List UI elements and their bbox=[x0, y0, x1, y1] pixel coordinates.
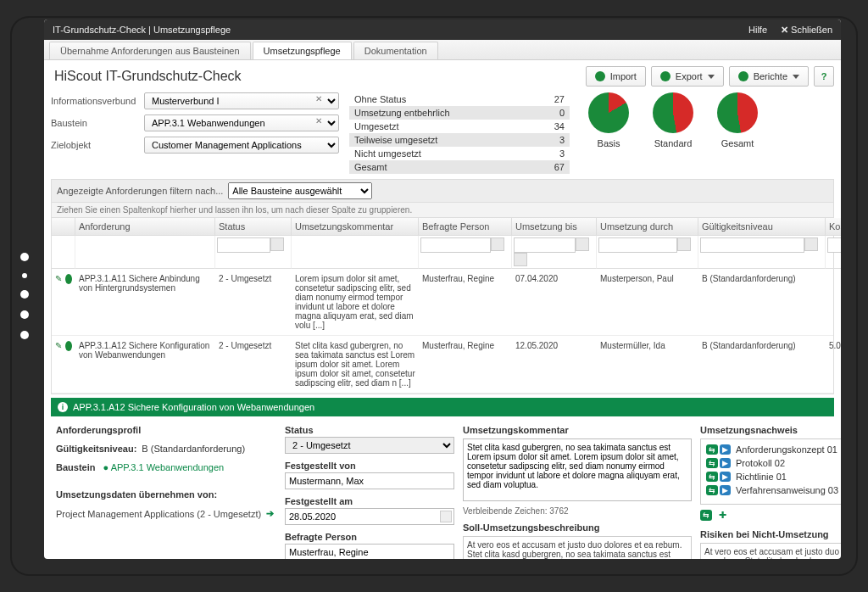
group-by-hint[interactable]: Ziehen Sie einen Spaltenkopf hierher und… bbox=[51, 203, 834, 218]
cell-anforderung: APP.3.1.A11 Sichere Anbindung von Hinter… bbox=[75, 269, 215, 335]
filter-verbund-label: Informationsverbund bbox=[51, 96, 144, 106]
content-scroll[interactable]: HiScout IT-Grundschutz-Check Import Expo… bbox=[44, 60, 841, 559]
info-icon[interactable] bbox=[65, 341, 72, 351]
filter-bar-label: Angezeigte Anforderungen filtern nach... bbox=[57, 186, 223, 196]
cell-bis: 12.05.2020 bbox=[512, 336, 597, 393]
window-titlebar: IT-Grundschutz-Check | Umsetzungspflege … bbox=[44, 20, 841, 40]
link-icon[interactable]: ⇆ bbox=[700, 510, 712, 521]
filter-icon[interactable] bbox=[491, 237, 504, 251]
col-befragte[interactable]: Befragte Person bbox=[419, 218, 512, 236]
filter-baustein-select[interactable]: APP.3.1 Webanwendungen bbox=[144, 114, 339, 131]
report-icon bbox=[738, 71, 748, 81]
filter-befragte-input[interactable] bbox=[420, 237, 491, 253]
info-icon[interactable] bbox=[65, 274, 72, 284]
cell-status: 2 - Umgesetzt bbox=[215, 336, 292, 393]
clear-icon[interactable]: ✕ bbox=[315, 94, 322, 103]
status-row-label: Gesamt bbox=[349, 160, 544, 174]
hw-dot bbox=[20, 253, 29, 261]
tab-umsetzungspflege[interactable]: Umsetzungspflege bbox=[253, 42, 352, 59]
edit-icon[interactable]: ✎ bbox=[55, 341, 62, 351]
status-row-label: Umsetzung entbehrlich bbox=[349, 106, 544, 120]
festgestellt-am-input[interactable] bbox=[285, 508, 454, 525]
col-durch[interactable]: Umsetzung durch bbox=[597, 218, 698, 236]
berichte-button[interactable]: Berichte bbox=[729, 66, 809, 87]
filter-durch-input[interactable] bbox=[598, 237, 677, 253]
filter-icon[interactable] bbox=[270, 237, 284, 251]
table-row[interactable]: ✎ APP.3.1.A12 Sichere Konfiguration von … bbox=[52, 336, 833, 394]
col-status[interactable]: Status bbox=[215, 218, 292, 236]
tab-dokumentation[interactable]: Dokumentation bbox=[353, 42, 438, 59]
evidence-item[interactable]: ⇆▶Verfahrensanweisung 03 bbox=[706, 485, 841, 495]
status-row-label: Umgesetzt bbox=[349, 120, 544, 133]
details-text-column-1: Umsetzungskommentar Verbleibende Zeichen… bbox=[463, 425, 692, 559]
baustein-label: Baustein bbox=[56, 462, 95, 472]
filter-ziel-label: Zielobjekt bbox=[51, 140, 144, 150]
add-evidence-button[interactable]: ✚ bbox=[719, 510, 726, 521]
evidence-item[interactable]: ⇆▶Richtlinie 01 bbox=[706, 472, 841, 482]
details-header: i APP.3.1.A12 Sichere Konfiguration von … bbox=[51, 398, 834, 416]
window-title: IT-Grundschutz-Check | Umsetzungspflege bbox=[53, 25, 231, 35]
baustein-link[interactable]: APP.3.1 Webanwendungen bbox=[111, 462, 225, 472]
tab-uebernahme[interactable]: Übernahme Anforderungen aus Bausteinen bbox=[49, 42, 251, 59]
filter-verbund-select[interactable]: Musterverbund I bbox=[144, 92, 339, 109]
filter-icon[interactable] bbox=[677, 237, 691, 251]
filter-ziel-select[interactable]: Customer Management Applications bbox=[144, 137, 339, 154]
hw-dot bbox=[20, 331, 29, 339]
calendar-icon[interactable] bbox=[440, 511, 452, 522]
transfer-arrow-icon[interactable]: ➔ bbox=[266, 508, 274, 519]
filter-bar-select[interactable]: Alle Bausteine ausgewählt bbox=[228, 182, 372, 199]
status-select[interactable]: 2 - Umgesetzt bbox=[285, 437, 454, 454]
filter-bis-input[interactable] bbox=[514, 237, 576, 253]
nachweis-heading: Umsetzungsnachweis bbox=[700, 425, 841, 435]
table-row[interactable]: ✎ APP.3.1.A11 Sichere Anbindung von Hint… bbox=[52, 269, 833, 336]
close-button[interactable]: ✕ Schließen bbox=[781, 25, 832, 36]
evidence-item[interactable]: ⇆▶Protokoll 02 bbox=[706, 458, 841, 468]
status-row-value: 67 bbox=[544, 160, 570, 174]
filter-status-input[interactable] bbox=[217, 237, 270, 253]
grid-filter-row bbox=[52, 236, 833, 269]
befragte-input[interactable] bbox=[285, 544, 454, 559]
col-bis[interactable]: Umsetzung bis bbox=[512, 218, 597, 236]
cell-befragte: Musterfrau, Regine bbox=[419, 336, 512, 393]
filter-icon[interactable] bbox=[514, 253, 527, 266]
col-anforderung[interactable]: Anforderung bbox=[75, 218, 215, 236]
col-kosten[interactable]: Kosten / Budget bbox=[826, 218, 841, 236]
niveau-label: Gültigkeitsniveau: bbox=[56, 444, 136, 454]
help-button[interactable]: ? bbox=[814, 66, 834, 87]
calendar-icon[interactable] bbox=[576, 237, 589, 251]
status-row-label: Teilweise umgesetzt bbox=[349, 133, 544, 147]
forward-icon: ▶ bbox=[720, 444, 731, 455]
cell-kosten bbox=[826, 269, 841, 335]
pie-gesamt bbox=[717, 92, 758, 133]
export-button[interactable]: Export bbox=[651, 66, 724, 87]
col-niveau[interactable]: Gültigkeitsniveau bbox=[698, 218, 826, 236]
transfer-source-row[interactable]: Project Management Applications (2 - Umg… bbox=[56, 508, 276, 519]
col-kommentar[interactable]: Umsetzungskommentar bbox=[292, 218, 419, 236]
import-button[interactable]: Import bbox=[586, 66, 646, 87]
main-tabstrip: Übernahme Anforderungen aus Bausteinen U… bbox=[44, 40, 841, 60]
pie-standard bbox=[653, 92, 693, 133]
filter-icon[interactable] bbox=[804, 237, 818, 251]
details-panel: i APP.3.1.A12 Sichere Konfiguration von … bbox=[51, 398, 834, 559]
forward-icon: ▶ bbox=[720, 472, 731, 482]
chevron-down-icon bbox=[708, 75, 715, 79]
close-icon: ✕ bbox=[781, 25, 788, 35]
hw-dot bbox=[20, 310, 29, 319]
filter-kosten-input[interactable] bbox=[827, 237, 841, 253]
edit-icon[interactable]: ✎ bbox=[55, 274, 62, 284]
col-icons bbox=[52, 218, 75, 236]
status-row-label: Nicht umgesetzt bbox=[349, 147, 544, 160]
info-icon[interactable]: ● bbox=[103, 462, 109, 472]
pie-label: Standard bbox=[654, 138, 693, 148]
help-link[interactable]: Hilfe bbox=[748, 25, 767, 35]
niveau-value: B (Standardanforderung) bbox=[142, 444, 245, 454]
evidence-item[interactable]: ⇆▶Anforderungskonzept 01 bbox=[706, 444, 841, 455]
import-icon bbox=[595, 71, 605, 81]
forward-icon: ▶ bbox=[720, 458, 731, 468]
kommentar-textarea[interactable] bbox=[463, 438, 692, 501]
link-icon: ⇆ bbox=[706, 485, 718, 495]
filter-niveau-input[interactable] bbox=[700, 237, 804, 253]
link-icon: ⇆ bbox=[706, 458, 718, 468]
festgestellt-von-input[interactable] bbox=[285, 472, 454, 489]
clear-icon[interactable]: ✕ bbox=[315, 116, 322, 126]
